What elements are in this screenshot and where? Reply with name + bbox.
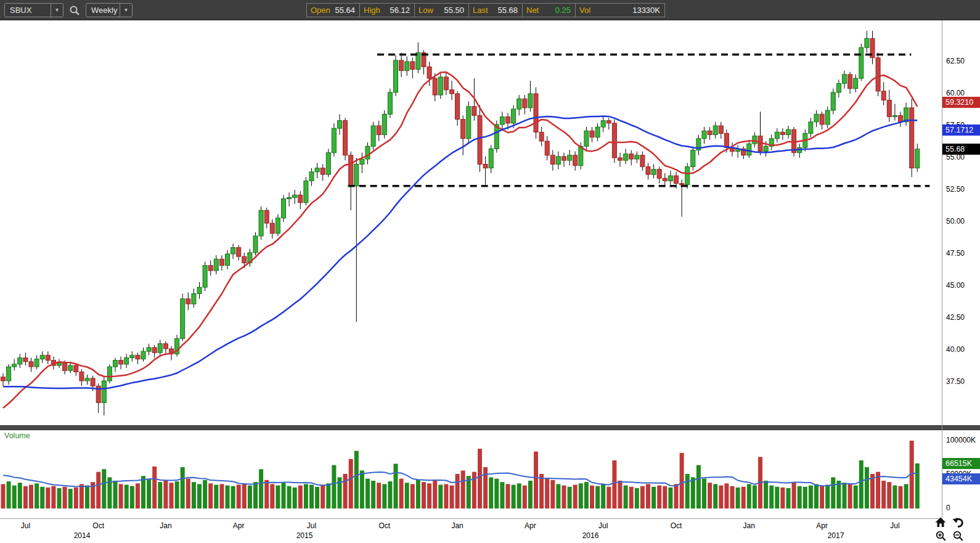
volume-bar <box>461 470 465 508</box>
volume-bar <box>186 479 190 508</box>
volume-bar <box>226 486 230 508</box>
volume-bar <box>635 488 639 508</box>
zoom-in-button[interactable] <box>934 529 947 542</box>
volume-bar <box>40 487 44 508</box>
candle <box>691 146 695 171</box>
quote-open-cell: Open 55.64 <box>307 4 360 17</box>
volume-bar <box>500 482 504 508</box>
volume-bar <box>321 486 325 508</box>
volume-bar <box>713 484 717 508</box>
candle <box>130 351 134 362</box>
volume-bar <box>887 482 891 508</box>
month-tick-label: Jan <box>743 521 755 530</box>
candle <box>747 140 751 158</box>
volume-bar <box>410 484 415 508</box>
price-chart-canvas[interactable] <box>0 20 942 425</box>
price-tick-label: 45.00 <box>946 281 965 290</box>
candle <box>264 208 269 228</box>
chevron-down-icon: ▼ <box>55 7 60 13</box>
timeframe-combo[interactable]: Weekly ▼ <box>86 3 133 17</box>
candle <box>786 126 791 139</box>
volume-bar <box>237 485 241 509</box>
candle <box>668 171 672 185</box>
candle <box>769 135 774 150</box>
candle <box>820 112 824 129</box>
panel-separator[interactable] <box>0 425 980 430</box>
zoom-out-button[interactable] <box>951 529 965 542</box>
volume-bar <box>35 483 39 508</box>
candle <box>365 142 370 164</box>
volume-bar <box>606 487 611 508</box>
quote-volume-label: Vol <box>579 6 590 15</box>
candle <box>102 377 106 415</box>
volume-bar <box>399 479 404 508</box>
candle <box>881 82 886 105</box>
candle <box>18 354 22 368</box>
volume-bar <box>786 488 791 508</box>
year-tick-label: 2017 <box>828 531 844 540</box>
volume-bar <box>590 486 594 508</box>
symbol-combo[interactable]: SBUX ▼ <box>4 3 63 17</box>
candle <box>870 31 875 64</box>
timeframe-dropdown-arrow[interactable]: ▼ <box>120 4 132 17</box>
candle <box>197 282 202 299</box>
candle <box>915 144 920 172</box>
price-badge: 55.68 <box>942 144 980 155</box>
volume-bar <box>696 465 701 508</box>
volume-bar <box>371 481 375 508</box>
volume-bar <box>854 486 858 508</box>
candle <box>865 31 869 52</box>
volume-bar <box>494 479 499 508</box>
search-button[interactable] <box>67 3 83 17</box>
candle <box>528 81 533 112</box>
volume-bar <box>141 476 145 508</box>
volume-bar <box>113 481 118 508</box>
candle <box>253 232 258 255</box>
chart-nav-toolbar <box>932 515 966 542</box>
candle <box>23 353 28 365</box>
quote-high-label: High <box>364 6 380 15</box>
candle <box>377 121 381 141</box>
volume-bar <box>539 474 544 508</box>
candle <box>646 163 650 179</box>
candle <box>40 351 44 363</box>
candle <box>713 122 717 139</box>
candle <box>775 128 779 142</box>
candle <box>825 107 830 128</box>
candle <box>405 57 409 76</box>
volume-bar <box>152 467 157 508</box>
candle <box>270 219 274 239</box>
quote-high-cell: High 56.12 <box>360 4 415 17</box>
symbol-dropdown-arrow[interactable]: ▼ <box>51 4 63 17</box>
candle <box>219 255 224 271</box>
volume-bar <box>512 485 516 509</box>
reset-zoom-button[interactable] <box>951 516 965 528</box>
volume-bar <box>736 488 740 508</box>
quote-last-label: Last <box>473 6 488 15</box>
volume-bar <box>545 479 549 508</box>
month-tick-label: Jul <box>21 521 30 530</box>
candle <box>186 292 190 310</box>
volume-chart-canvas[interactable] <box>0 430 942 518</box>
volume-bar <box>483 467 488 508</box>
candle <box>360 153 364 173</box>
volume-bar <box>130 486 134 508</box>
candle <box>640 152 645 171</box>
candle <box>80 369 84 386</box>
home-button[interactable] <box>934 516 947 528</box>
year-tick-label: 2016 <box>582 531 599 540</box>
volume-bar <box>798 486 802 508</box>
volume-bar <box>287 486 292 508</box>
candle <box>657 167 661 184</box>
candle <box>29 357 33 372</box>
volume-bar <box>579 483 583 508</box>
volume-bar <box>646 484 650 508</box>
volume-bar <box>85 486 89 508</box>
candle <box>854 75 858 92</box>
volume-ma-line <box>3 472 917 486</box>
volume-bar <box>730 486 735 508</box>
quote-net-value: 0.25 <box>555 6 571 15</box>
volume-bar <box>394 463 398 508</box>
volume-bar <box>422 482 426 508</box>
volume-bar <box>181 467 185 508</box>
